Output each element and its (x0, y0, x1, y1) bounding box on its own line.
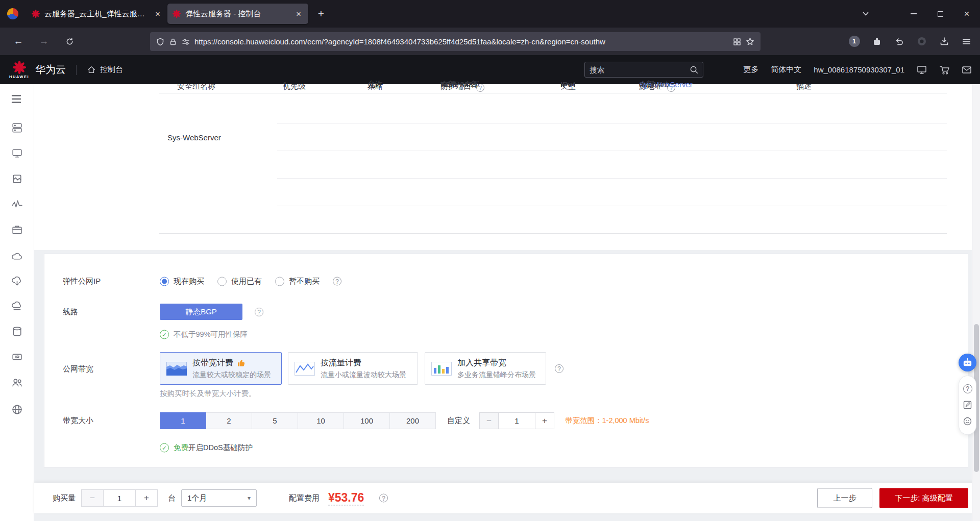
sidebar-item-cloud[interactable] (11, 250, 23, 263)
sidebar-item-storage[interactable] (11, 325, 23, 338)
radio-label[interactable]: 使用已有 (231, 277, 262, 286)
smiley-feedback-button[interactable] (963, 416, 972, 426)
bookmark-star-icon[interactable] (746, 37, 754, 46)
radio-label[interactable]: 暂不购买 (289, 277, 320, 286)
bandwidth-card-shared[interactable]: 加入共享带宽 多业务流量错峰分布场景 (425, 352, 546, 385)
col-name: 安全组名称 (177, 84, 215, 91)
sidebar-item-eip[interactable] (11, 351, 23, 363)
tab-close-icon[interactable]: × (153, 9, 162, 19)
help-icon[interactable]: ? (333, 277, 341, 286)
refresh-button[interactable] (58, 32, 81, 51)
sidebar-item-cloud-layers[interactable] (11, 300, 23, 313)
help-icon[interactable]: ? (379, 494, 388, 503)
size-option-10[interactable]: 10 (298, 412, 344, 429)
close-window-button[interactable]: × (953, 0, 980, 28)
permissions-icon[interactable] (182, 38, 190, 46)
more-menu[interactable]: 更多 (743, 65, 758, 75)
tab-close-icon[interactable]: × (294, 9, 303, 19)
radio-not-now[interactable] (275, 277, 284, 286)
size-option-200[interactable]: 200 (389, 412, 436, 429)
cloud-icon (11, 250, 23, 263)
list-tabs-button[interactable] (855, 0, 876, 28)
size-option-100[interactable]: 100 (344, 412, 390, 429)
search-icon[interactable] (690, 65, 698, 74)
help-icon[interactable]: ? (255, 308, 263, 316)
new-tab-button[interactable]: + (312, 5, 330, 22)
shield-icon[interactable] (156, 38, 164, 46)
stepper-minus-button[interactable]: − (81, 489, 104, 507)
lock-icon[interactable] (169, 38, 177, 46)
chevron-down-icon (862, 10, 870, 18)
radio-use-existing[interactable] (217, 277, 227, 286)
circle-extension-icon (917, 37, 926, 46)
previous-step-button[interactable]: 上一步 (817, 488, 872, 508)
sidebar-menu-icon[interactable] (11, 93, 22, 105)
extension-circle-icon[interactable] (912, 32, 931, 51)
forward-button[interactable]: → (33, 32, 55, 51)
radio-label[interactable]: 现在购买 (174, 277, 204, 286)
scrollbar-track[interactable] (972, 84, 980, 521)
menu-hamburger-icon[interactable] (957, 32, 976, 51)
maximize-icon (938, 11, 943, 17)
browser-tab-inactive[interactable]: 云服务器_云主机_弹性云服务器... × (27, 4, 167, 24)
card-text: 按流量计费 流量小或流量波动较大场景 (321, 358, 406, 380)
browser-toolbar: ← → https://console.huaweicloud.com/ecm/… (0, 28, 980, 55)
cart-icon[interactable] (939, 65, 949, 75)
service-sidebar (0, 84, 34, 521)
browser-tab-active[interactable]: 弹性云服务器 - 控制台 × (167, 4, 308, 24)
help-float-button[interactable]: ? (963, 384, 972, 393)
assistant-robot-button[interactable] (959, 354, 976, 371)
huawei-logo[interactable]: HUAWEI (9, 61, 29, 79)
translate-grid-icon[interactable] (733, 38, 741, 46)
header-search[interactable] (584, 62, 703, 78)
bandwidth-range-note: 带宽范围：1-2,000 Mbit/s (565, 416, 649, 426)
card-title: 按带宽计费 (192, 358, 233, 368)
radio-buy-now[interactable] (160, 277, 169, 286)
help-icon[interactable]: ? (555, 364, 564, 373)
size-option-1[interactable]: 1 (160, 412, 206, 429)
period-select[interactable]: 1个月 ▾ (181, 489, 257, 507)
sidebar-item-globe[interactable] (11, 403, 23, 416)
maximize-button[interactable] (927, 0, 953, 28)
stepper-value[interactable]: 1 (499, 412, 535, 429)
custom-size-label[interactable]: 自定义 (447, 416, 470, 426)
size-option-5[interactable]: 5 (252, 412, 298, 429)
feedback-button[interactable] (963, 400, 972, 410)
size-option-2[interactable]: 2 (206, 412, 252, 429)
account-name[interactable]: hw_008618750930307_01 (814, 65, 904, 74)
url-text[interactable]: https://console.huaweicloud.com/ecm/?age… (194, 37, 728, 46)
sidebar-item-image[interactable] (11, 172, 23, 185)
stepper-value[interactable]: 1 (104, 489, 135, 507)
billing-note: 按购买时长及带宽大小计费。 (160, 389, 256, 399)
profile-avatar-icon[interactable] (7, 8, 18, 19)
extension-badge-button[interactable]: 1 (845, 32, 864, 51)
sidebar-item-cloud-download[interactable] (11, 276, 23, 288)
bandwidth-card-by-bandwidth[interactable]: 按带宽计费 流量较大或较稳定的场景 (160, 352, 282, 385)
back-button[interactable]: ← (7, 32, 30, 51)
language-switcher[interactable]: 简体中文 (771, 65, 801, 75)
stepper-plus-button[interactable]: + (535, 412, 554, 429)
brand-name[interactable]: 华为云 (35, 63, 66, 77)
bandwidth-card-by-traffic[interactable]: 按流量计费 流量小或流量波动较大场景 (288, 352, 418, 385)
sidebar-item-users[interactable] (11, 376, 23, 389)
sidebar-item-server-stack[interactable] (11, 121, 23, 134)
console-monitor-icon[interactable] (917, 65, 927, 75)
stepper-plus-button[interactable]: + (135, 489, 158, 507)
next-step-button[interactable]: 下一步: 高级配置 (879, 488, 968, 508)
url-bar[interactable]: https://console.huaweicloud.com/ecm/?age… (150, 32, 761, 51)
sidebar-item-container[interactable] (11, 224, 23, 236)
stepper-minus-button[interactable]: − (479, 412, 499, 429)
extensions-puzzle-icon[interactable] (867, 32, 886, 51)
search-input[interactable] (590, 66, 687, 74)
quantity-label: 购买量 (53, 493, 76, 503)
bandwidth-size-stepper: − 1 + (479, 412, 554, 429)
history-undo-icon[interactable] (890, 32, 909, 51)
sidebar-item-cloud-host[interactable] (11, 147, 23, 160)
nav-console[interactable]: 控制台 (87, 65, 123, 75)
robot-icon (962, 357, 973, 368)
mail-icon[interactable] (962, 65, 972, 75)
minimize-button[interactable] (900, 0, 927, 28)
static-bgp-button[interactable]: 静态BGP (160, 304, 242, 320)
sidebar-item-monitor-pulse[interactable] (11, 198, 23, 211)
save-to-pocket-icon[interactable] (935, 32, 953, 51)
